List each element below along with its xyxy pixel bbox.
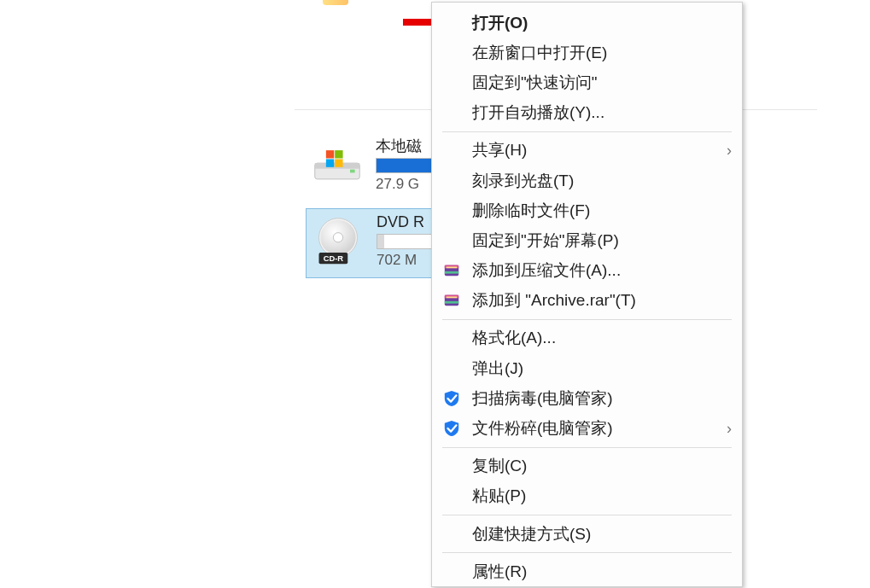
menu-item-label: 固定到"快速访问" bbox=[472, 72, 598, 94]
svg-rect-3 bbox=[326, 150, 334, 158]
chevron-right-icon: › bbox=[727, 420, 732, 438]
menu-separator bbox=[442, 447, 732, 448]
svg-rect-5 bbox=[326, 159, 334, 166]
menu-item-label: 扫描病毒(电脑管家) bbox=[472, 387, 613, 410]
menu-item[interactable]: 刻录到光盘(T) bbox=[432, 166, 742, 195]
menu-separator bbox=[442, 515, 732, 515]
menu-item[interactable]: 创建快捷方式(S) bbox=[432, 519, 742, 549]
menu-item[interactable]: 复制(C) bbox=[432, 451, 742, 481]
menu-item[interactable]: 打开自动播放(Y)... bbox=[432, 98, 742, 128]
context-menu: 打开(O)在新窗口中打开(E)固定到"快速访问"打开自动播放(Y)...共享(H… bbox=[431, 2, 743, 587]
menu-item[interactable]: 打开(O) bbox=[432, 8, 742, 38]
menu-item-label: 添加到 "Archive.rar"(T) bbox=[472, 289, 636, 311]
menu-separator bbox=[442, 552, 732, 553]
menu-item[interactable]: 格式化(A)... bbox=[432, 323, 742, 353]
menu-item[interactable]: 共享(H)› bbox=[432, 136, 742, 166]
menu-item-label: 打开自动播放(Y)... bbox=[472, 102, 604, 124]
menu-item[interactable]: 删除临时文件(F) bbox=[432, 195, 742, 225]
chevron-right-icon: › bbox=[727, 142, 732, 160]
menu-item[interactable]: 文件粉碎(电脑管家)› bbox=[432, 413, 742, 443]
menu-item-label: 创建快捷方式(S) bbox=[472, 523, 591, 545]
menu-item-label: 在新窗口中打开(E) bbox=[472, 42, 607, 64]
menu-item-label: 文件粉碎(电脑管家) bbox=[472, 417, 613, 440]
menu-item-label: 属性(R) bbox=[472, 561, 527, 583]
winrar-icon bbox=[442, 291, 461, 310]
svg-rect-4 bbox=[335, 150, 342, 158]
menu-item[interactable]: 扫描病毒(电脑管家) bbox=[432, 383, 742, 413]
tencent-icon bbox=[442, 419, 461, 438]
tencent-icon bbox=[442, 389, 461, 408]
menu-item[interactable]: 粘贴(P) bbox=[432, 481, 742, 511]
menu-item-label: 添加到压缩文件(A)... bbox=[472, 259, 621, 282]
menu-item-label: 刻录到光盘(T) bbox=[472, 170, 574, 192]
dvd-icon: CD-R bbox=[308, 211, 368, 271]
svg-rect-2 bbox=[350, 170, 355, 173]
menu-item[interactable]: 添加到压缩文件(A)... bbox=[432, 256, 742, 286]
svg-rect-16 bbox=[445, 271, 458, 274]
folder-icon-fragment bbox=[323, 0, 348, 5]
menu-item-label: 删除临时文件(F) bbox=[472, 200, 590, 222]
menu-separator bbox=[442, 131, 732, 132]
svg-point-9 bbox=[333, 233, 342, 242]
svg-rect-21 bbox=[447, 297, 458, 299]
menu-item-label: 共享(H) bbox=[472, 139, 527, 161]
menu-item[interactable]: 属性(R) bbox=[432, 556, 742, 586]
svg-text:CD-R: CD-R bbox=[324, 254, 344, 263]
svg-rect-17 bbox=[447, 267, 458, 269]
menu-item[interactable]: 固定到"快速访问" bbox=[432, 67, 742, 97]
menu-item-label: 固定到"开始"屏幕(P) bbox=[472, 230, 619, 252]
drive-usage-fill bbox=[377, 235, 384, 248]
winrar-icon bbox=[442, 261, 461, 280]
menu-item[interactable]: 在新窗口中打开(E) bbox=[432, 38, 742, 67]
menu-item-label: 复制(C) bbox=[472, 455, 527, 477]
svg-rect-20 bbox=[445, 301, 458, 304]
menu-item-label: 弹出(J) bbox=[472, 358, 523, 380]
svg-rect-6 bbox=[335, 159, 342, 166]
menu-item[interactable]: 添加到 "Archive.rar"(T) bbox=[432, 286, 742, 316]
menu-item-label: 格式化(A)... bbox=[472, 327, 556, 349]
hdd-icon bbox=[307, 135, 367, 195]
menu-item[interactable]: 弹出(J) bbox=[432, 353, 742, 383]
menu-item-label: 打开(O) bbox=[472, 12, 528, 34]
menu-item[interactable]: 固定到"开始"屏幕(P) bbox=[432, 225, 742, 255]
menu-item-label: 粘贴(P) bbox=[472, 485, 526, 507]
menu-separator bbox=[442, 319, 732, 320]
